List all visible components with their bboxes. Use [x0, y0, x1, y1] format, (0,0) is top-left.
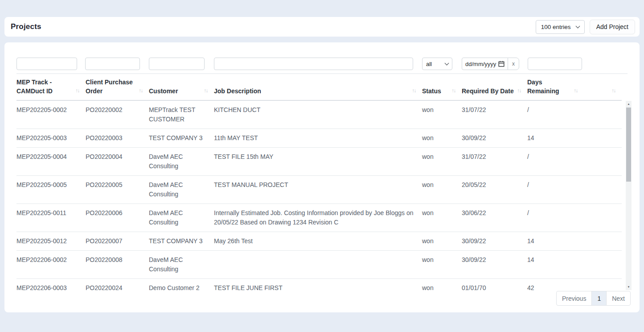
- cell-id: MEP202205-0011: [16, 204, 86, 232]
- column-label: Customer: [149, 87, 178, 95]
- cell-status: won: [422, 251, 462, 279]
- cell-status: won: [422, 148, 462, 176]
- filter-required-by-date-input[interactable]: dd/mm/yyyy: [462, 58, 508, 70]
- cell-extra: [584, 279, 622, 290]
- column-header-po[interactable]: Client Purchase Order↑↓: [86, 74, 149, 100]
- cell-required_by: 01/01/70: [462, 279, 527, 290]
- cell-description: TEST MANUAL PROJECT: [214, 176, 422, 204]
- body-table: MEP202205-0002PO20220002MEPTrack TEST CU…: [16, 101, 622, 290]
- column-header-status[interactable]: Status↑↓: [422, 74, 462, 100]
- cell-status: won: [422, 176, 462, 204]
- column-header-extra[interactable]: ↑↓: [584, 74, 622, 100]
- column-label: Status: [422, 87, 441, 95]
- cell-customer: DaveM AEC Consulting: [149, 176, 214, 204]
- cell-po: PO20220006: [86, 204, 149, 232]
- column-header-required_by[interactable]: Required By Date↑↓: [462, 74, 527, 100]
- cell-customer: TEST COMPANY 3: [149, 232, 214, 251]
- cell-description: May 26th Test: [214, 232, 422, 251]
- cell-extra: [584, 129, 622, 148]
- cell-extra: [584, 148, 622, 176]
- column-header-days_remaining[interactable]: Days Remaining↑↓: [527, 74, 584, 100]
- pagination: Previous 1 Next: [556, 291, 631, 306]
- add-project-button[interactable]: Add Project: [590, 20, 635, 34]
- table-header-row: MEP Track - CAMDuct ID↑↓Client Purchase …: [16, 74, 622, 100]
- page-title: Projects: [11, 22, 41, 31]
- column-label: Client Purchase Order: [86, 78, 137, 95]
- cell-description: [214, 251, 422, 279]
- cell-po: PO20220007: [86, 232, 149, 251]
- filter-camduct-id-input[interactable]: [16, 58, 77, 70]
- column-header-id[interactable]: MEP Track - CAMDuct ID↑↓: [16, 74, 86, 100]
- cell-required_by: 31/07/22: [462, 101, 527, 129]
- cell-description: TEST FILE 15th MAY: [214, 148, 422, 176]
- status-select-value: all: [426, 61, 432, 67]
- cell-po: PO20220002: [86, 101, 149, 129]
- filter-status-select[interactable]: all: [422, 58, 452, 70]
- cell-po: PO20220008: [86, 251, 149, 279]
- table-row[interactable]: MEP202205-0002PO20220002MEPTrack TEST CU…: [16, 101, 622, 129]
- chevron-down-icon: [445, 61, 449, 65]
- cell-required_by: 30/09/22: [462, 232, 527, 251]
- sort-icon: ↑↓: [452, 86, 456, 95]
- scroll-down-icon[interactable]: ▼: [626, 284, 632, 290]
- cell-required_by: 30/09/22: [462, 129, 527, 148]
- filter-client-po-input[interactable]: [85, 58, 140, 70]
- cell-days_remaining: 14: [527, 232, 584, 251]
- sort-icon: ↑↓: [204, 86, 208, 95]
- table-row[interactable]: MEP202206-0002PO20220008DaveM AEC Consul…: [16, 251, 622, 279]
- entries-per-page-select[interactable]: 100 entries: [536, 20, 585, 34]
- cell-days_remaining: /: [527, 176, 584, 204]
- table-row[interactable]: MEP202205-0012PO20220007TEST COMPANY 3Ma…: [16, 232, 622, 251]
- scroll-up-icon[interactable]: ▲: [626, 101, 632, 107]
- cell-id: MEP202206-0002: [16, 251, 86, 279]
- column-header-description[interactable]: Job Description↑↓: [214, 74, 422, 100]
- table-scrollbar[interactable]: ▲ ▼: [626, 101, 632, 290]
- cell-status: won: [422, 101, 462, 129]
- clear-date-button[interactable]: x: [508, 58, 519, 70]
- table-row[interactable]: MEP202206-0003PO20220024Demo Customer 2T…: [16, 279, 622, 290]
- cell-id: MEP202205-0002: [16, 101, 86, 129]
- cell-po: PO20220004: [86, 148, 149, 176]
- sort-icon: ↑↓: [139, 86, 143, 95]
- header-toolbar: 100 entries Add Project: [536, 20, 635, 34]
- filter-job-description-input[interactable]: [214, 58, 413, 70]
- sort-icon: ↑↓: [412, 86, 416, 95]
- current-page-button[interactable]: 1: [591, 291, 607, 306]
- projects-table-card: all dd/mm/yyyy x MEP Track - CAMDuct ID↑…: [4, 42, 640, 312]
- cell-extra: [584, 101, 622, 129]
- cell-required_by: 20/05/22: [462, 176, 527, 204]
- cell-customer: DaveM AEC Consulting: [149, 251, 214, 279]
- cell-required_by: 30/09/22: [462, 251, 527, 279]
- cell-days_remaining: 42: [527, 279, 584, 290]
- table-row[interactable]: MEP202205-0004PO20220004DaveM AEC Consul…: [16, 148, 622, 176]
- cell-days_remaining: /: [527, 148, 584, 176]
- cell-days_remaining: 14: [527, 129, 584, 148]
- cell-customer: MEPTrack TEST CUSTOMER: [149, 101, 214, 129]
- cell-po: PO20220024: [86, 279, 149, 290]
- cell-days_remaining: /: [527, 101, 584, 129]
- cell-days_remaining: 14: [527, 251, 584, 279]
- cell-id: MEP202205-0004: [16, 148, 86, 176]
- cell-id: MEP202206-0003: [16, 279, 86, 290]
- table-row[interactable]: MEP202205-0011PO20220006DaveM AEC Consul…: [16, 204, 622, 232]
- scrollbar-thumb[interactable]: [626, 108, 631, 182]
- cell-status: won: [422, 129, 462, 148]
- filters-row: all dd/mm/yyyy x: [16, 58, 628, 70]
- sort-icon: ↑↓: [612, 86, 616, 95]
- filter-days-remaining-input[interactable]: [528, 58, 582, 70]
- previous-page-button[interactable]: Previous: [556, 291, 592, 306]
- cell-po: PO20220005: [86, 176, 149, 204]
- filter-customer-input[interactable]: [149, 58, 205, 70]
- table-row[interactable]: MEP202205-0003PO20220003TEST COMPANY 311…: [16, 129, 622, 148]
- cell-id: MEP202205-0005: [16, 176, 86, 204]
- cell-extra: [584, 251, 622, 279]
- table-row[interactable]: MEP202205-0005PO20220005DaveM AEC Consul…: [16, 176, 622, 204]
- cell-status: won: [422, 232, 462, 251]
- next-page-button[interactable]: Next: [606, 291, 631, 306]
- cell-required_by: 31/07/22: [462, 148, 527, 176]
- cell-id: MEP202205-0012: [16, 232, 86, 251]
- cell-days_remaining: /: [527, 204, 584, 232]
- column-header-customer[interactable]: Customer↑↓: [149, 74, 214, 100]
- chevron-down-icon: [575, 24, 580, 28]
- cell-description: TEST FILE JUNE FIRST: [214, 279, 422, 290]
